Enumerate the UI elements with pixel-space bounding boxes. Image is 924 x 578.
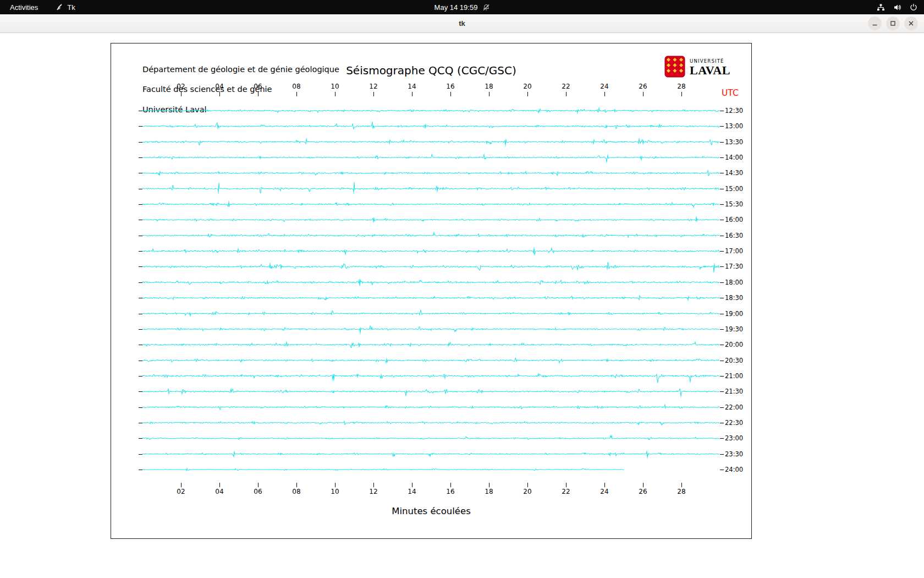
- top-bar: Activities Tk May 14 19:59: [0, 0, 924, 14]
- row-time-label: 18:30: [725, 294, 743, 302]
- close-button[interactable]: [904, 17, 918, 30]
- x-tick-label-bottom: 12: [364, 488, 383, 495]
- x-tick-label-bottom: 20: [518, 488, 537, 495]
- row-tick-left: [139, 470, 142, 470]
- row-tick-left: [139, 173, 142, 173]
- x-tick-mark-top: [643, 92, 644, 96]
- row-tick-left: [139, 329, 142, 330]
- row-time-label: 17:00: [725, 247, 743, 255]
- row-tick-left: [139, 345, 142, 345]
- x-tick-mark-top: [604, 92, 605, 96]
- x-tick-label-bottom: 18: [480, 488, 498, 495]
- row-tick-left: [139, 111, 142, 111]
- x-tick-label-bottom: 16: [441, 488, 460, 495]
- x-tick-mark-bottom: [450, 483, 451, 487]
- row-time-label: 23:00: [725, 434, 743, 442]
- page-title: Séismographe QCQ (CGC/GSC): [111, 64, 751, 77]
- x-tick-label-top: 12: [364, 83, 383, 90]
- row-tick-right: [720, 407, 724, 408]
- row-tick-left: [139, 157, 142, 158]
- row-tick-left: [139, 189, 142, 189]
- x-tick-mark-top: [335, 92, 336, 96]
- row-tick-left: [139, 314, 142, 314]
- x-tick-mark-bottom: [335, 483, 336, 487]
- x-tick-label-top: 10: [326, 83, 344, 90]
- x-tick-label-bottom: 14: [403, 488, 421, 495]
- universite-laval-logo: UNIVERSITÉ LAVAL: [664, 56, 730, 80]
- x-tick-label-top: 18: [480, 83, 498, 90]
- x-tick-mark-top: [489, 92, 490, 96]
- laval-crest-icon: [664, 56, 685, 80]
- x-tick-mark-top: [450, 92, 451, 96]
- row-time-label: 16:00: [725, 216, 743, 223]
- row-tick-left: [139, 407, 142, 408]
- x-tick-mark-bottom: [489, 483, 490, 487]
- row-time-label: 19:00: [725, 310, 743, 318]
- row-tick-left: [139, 266, 142, 267]
- row-tick-right: [720, 423, 724, 423]
- row-tick-left: [139, 282, 142, 283]
- row-tick-right: [720, 345, 724, 345]
- row-time-label: 21:00: [725, 372, 743, 380]
- row-tick-right: [720, 142, 724, 143]
- x-tick-mark-top: [219, 92, 220, 96]
- clock-menu[interactable]: May 14 19:59: [435, 3, 490, 12]
- row-tick-right: [720, 204, 724, 205]
- row-tick-left: [139, 251, 142, 252]
- row-time-label: 14:30: [725, 169, 743, 177]
- minimize-button[interactable]: [868, 17, 882, 30]
- row-tick-right: [720, 266, 724, 267]
- row-tick-right: [720, 236, 724, 236]
- volume-icon: [893, 3, 901, 12]
- x-axis-title: Minutes écoulées: [111, 506, 751, 516]
- focused-app-menu[interactable]: Tk: [56, 3, 75, 12]
- x-tick-label-bottom: 26: [634, 488, 652, 495]
- row-tick-right: [720, 470, 724, 470]
- row-tick-right: [720, 126, 724, 127]
- row-tick-right: [720, 361, 724, 361]
- activities-button[interactable]: Activities: [7, 2, 41, 13]
- x-tick-mark-bottom: [604, 483, 605, 487]
- row-tick-right: [720, 111, 724, 111]
- x-tick-mark-bottom: [181, 483, 182, 487]
- x-tick-mark-top: [527, 92, 528, 96]
- row-time-label: 13:30: [725, 138, 743, 146]
- x-tick-label-bottom: 02: [172, 488, 190, 495]
- row-time-label: 15:30: [725, 200, 743, 208]
- row-tick-right: [720, 391, 724, 392]
- maximize-button[interactable]: [886, 17, 900, 30]
- x-tick-label-bottom: 10: [326, 488, 344, 495]
- row-time-label: 20:00: [725, 341, 743, 348]
- seismograph-frame: Département de géologie et de génie géol…: [111, 43, 752, 539]
- window-title: tk: [459, 19, 465, 28]
- x-tick-mark-bottom: [258, 483, 258, 487]
- row-tick-left: [139, 220, 142, 220]
- x-tick-mark-bottom: [219, 483, 220, 487]
- x-tick-mark-bottom: [643, 483, 644, 487]
- row-tick-right: [720, 454, 724, 455]
- row-time-label: 20:30: [725, 357, 743, 364]
- row-tick-left: [139, 376, 142, 377]
- row-time-label: 22:00: [725, 403, 743, 411]
- row-time-label: 21:30: [725, 388, 743, 395]
- row-time-label: 12:30: [725, 107, 743, 114]
- row-tick-left: [139, 126, 142, 127]
- x-tick-label-top: 16: [441, 83, 460, 90]
- row-tick-right: [720, 157, 724, 158]
- window-titlebar[interactable]: tk: [0, 14, 924, 33]
- x-tick-label-top: 06: [249, 83, 267, 90]
- x-tick-mark-top: [373, 92, 374, 96]
- x-tick-mark-top: [566, 92, 566, 96]
- x-tick-label-bottom: 28: [672, 488, 691, 495]
- window-content: Département de géologie et de génie géol…: [0, 33, 924, 578]
- row-tick-left: [139, 236, 142, 236]
- row-tick-left: [139, 454, 142, 455]
- row-time-label: 13:00: [725, 122, 743, 130]
- x-tick-label-bottom: 04: [210, 488, 229, 495]
- row-time-label: 14:00: [725, 154, 743, 161]
- logo-small-text: UNIVERSITÉ: [690, 59, 730, 64]
- row-tick-left: [139, 298, 142, 298]
- system-status-menu[interactable]: [877, 0, 917, 14]
- x-tick-label-bottom: 08: [287, 488, 306, 495]
- row-time-label: 19:30: [725, 325, 743, 333]
